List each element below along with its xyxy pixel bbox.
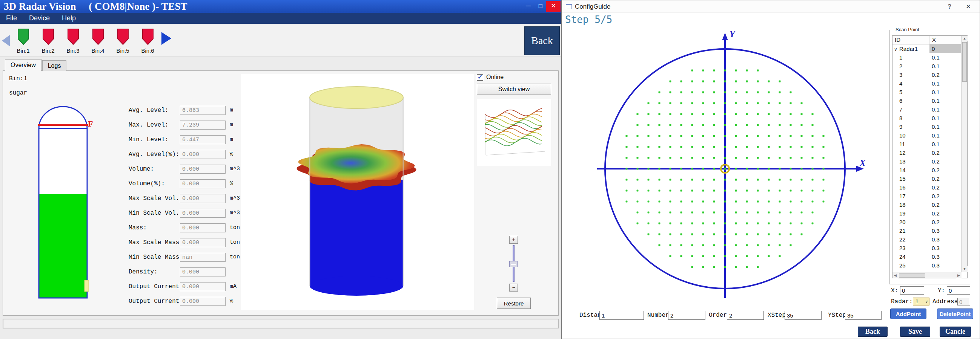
bin-item-4[interactable]: Bin:4 [88,28,108,54]
scan-row-id: 3 [892,70,929,79]
tab-logs[interactable]: Logs [42,60,67,71]
scroll-down-icon[interactable]: ▼ [961,266,967,272]
wizard-save-button[interactable]: Save [900,326,930,337]
scroll-right-icon[interactable]: ▶ [956,272,961,278]
zoom-in-button[interactable]: + [509,236,518,244]
minimize-button[interactable]: ─ [523,1,534,12]
close-button[interactable]: ✕ [546,1,560,12]
scan-row[interactable]: 240.3 [892,252,961,261]
minimize-icon: ─ [526,2,531,10]
scan-row[interactable]: 100.1 [892,131,961,140]
address-input [958,298,970,306]
y-label: Y: [938,287,945,295]
metric-label: Max Scale Mass: [129,238,183,247]
scan-row[interactable]: 130.2 [892,157,961,166]
scan-row-radar[interactable]: ∨Radar10 [892,44,961,53]
param-input-number[interactable] [668,311,705,320]
scan-row[interactable]: 70.1 [892,105,961,114]
wizard-back-button[interactable]: Back [858,326,888,337]
col-header-x[interactable]: X [929,36,961,44]
scan-row[interactable]: 20.1 [892,62,961,70]
param-input-distance[interactable] [600,311,644,320]
tab-overview[interactable]: Overview [5,59,41,71]
metric-unit: m [230,120,233,130]
scan-row-x: 0.1 [929,97,961,105]
scan-row[interactable]: 170.2 [892,192,961,200]
back-button[interactable]: Back [524,26,560,55]
metric-value-input [180,179,226,189]
horizontal-scrollbar[interactable]: ◀ ▶ [892,272,961,278]
online-checkbox[interactable]: ✓ [477,74,483,81]
wizard-cancel-button[interactable]: Cancle [940,326,971,337]
scroll-left-icon[interactable]: ◀ [892,272,898,278]
scan-row[interactable]: 50.1 [892,88,961,97]
scan-row[interactable]: 60.1 [892,97,961,105]
switch-view-button[interactable]: Switch view [477,84,551,95]
scan-row[interactable]: 40.1 [892,79,961,88]
overview-panel: Bin:1 sugar F [3,70,558,316]
zoom-out-button[interactable]: − [509,284,518,291]
scan-row[interactable]: 140.2 [892,166,961,174]
delete-point-button[interactable]: DeletePoint [937,309,973,319]
bin-item-6[interactable]: Bin:6 [138,28,157,54]
radar-dropdown[interactable]: 1 ∨ [913,298,929,306]
surface-thumbnail[interactable] [477,99,551,166]
scan-row[interactable]: 200.2 [892,218,961,227]
menu-item-file[interactable]: File [0,13,23,24]
caret-down-icon[interactable]: ∨ [894,45,899,53]
metric-unit: m^3 [230,193,240,203]
scan-row[interactable]: 150.2 [892,174,961,183]
scan-row-x: 0.2 [929,166,961,174]
radar-node-label: Radar1 [899,46,918,52]
restore-button[interactable]: Restore [497,298,531,309]
param-input-ystep[interactable] [845,311,881,320]
scan-row[interactable]: 230.3 [892,244,961,252]
scan-row[interactable]: 80.1 [892,114,961,122]
col-header-id[interactable]: ID [892,36,929,44]
vertical-scrollbar[interactable]: ▲ ▼ [961,36,967,272]
scan-row[interactable]: 30.2 [892,70,961,79]
next-bin-arrow-icon[interactable] [161,32,171,45]
scan-row[interactable]: 180.2 [892,200,961,209]
menu-item-device[interactable]: Device [23,13,56,24]
param-input-order[interactable] [727,311,764,320]
close-button[interactable]: ✕ [959,0,977,13]
scan-row[interactable]: 190.2 [892,209,961,218]
scroll-up-icon[interactable]: ▲ [961,36,967,41]
maximize-button[interactable]: □ [535,1,546,12]
bin-item-3[interactable]: Bin:3 [64,28,83,54]
prev-bin-arrow-icon[interactable] [2,35,10,46]
bin-item-5[interactable]: Bin:5 [113,28,132,54]
scan-row[interactable]: 220.3 [892,235,961,244]
scan-row[interactable]: 120.2 [892,148,961,157]
zoom-slider-handle[interactable] [509,261,517,267]
metric-unit: m^3 [230,164,240,174]
radar-label: Radar: [891,298,913,306]
bin-list: Bin:1Bin:2Bin:3Bin:4Bin:5Bin:6 [14,28,157,54]
menu-item-help[interactable]: Help [56,13,82,24]
scan-row[interactable]: 10.1 [892,53,961,62]
scan-row[interactable]: 210.3 [892,227,961,235]
bin-label: Bin:6 [138,48,157,54]
scan-row[interactable]: 250.3 [892,261,961,270]
metric-unit: m [230,135,233,145]
bin-item-2[interactable]: Bin:2 [38,28,58,54]
metric-label: Max Scale Vol.: [129,193,183,203]
add-point-button[interactable]: AddPoint [890,309,926,319]
scan-row-x: 0.1 [929,62,961,70]
horizontal-scrollbar-thumb[interactable] [899,273,925,277]
metric-label: Volume(%): [129,179,165,189]
scan-row-id: 10 [892,131,929,140]
param-input-xstep[interactable] [784,311,822,320]
scan-table: ID X ∨Radar1010.120.130.240.150.160.170.… [892,35,967,278]
x-label: X: [891,287,898,295]
help-button[interactable]: ? [940,0,958,13]
scan-row[interactable]: 160.2 [892,183,961,192]
x-input[interactable] [900,286,924,295]
metric-row: Avg. Level(%):% [3,149,290,159]
bin-item-1[interactable]: Bin:1 [14,28,33,54]
scan-row[interactable]: 90.1 [892,122,961,131]
y-input[interactable] [947,286,970,295]
vertical-scrollbar-thumb[interactable] [962,42,967,82]
scan-row[interactable]: 110.1 [892,140,961,148]
